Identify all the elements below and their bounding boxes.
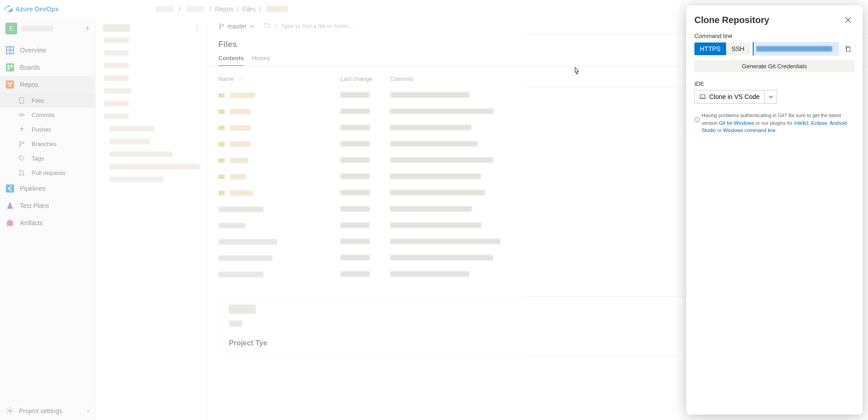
find-file-input[interactable]: Type to find a file or folder... bbox=[281, 23, 354, 29]
https-tab[interactable]: HTTPS bbox=[694, 42, 726, 55]
ssh-tab[interactable]: SSH bbox=[726, 42, 750, 55]
push-icon bbox=[17, 125, 26, 134]
branch-icon bbox=[17, 139, 26, 148]
nav-branches[interactable]: Branches bbox=[0, 137, 95, 151]
tree-item[interactable] bbox=[99, 47, 203, 60]
branch-name: master bbox=[227, 23, 247, 30]
svg-rect-6 bbox=[7, 65, 9, 70]
nav: Overview Boards Repos Files Commits Push… bbox=[0, 42, 95, 231]
link-eclipse[interactable]: Eclipse bbox=[811, 120, 827, 126]
nav-test-plans[interactable]: Test Plans bbox=[0, 197, 95, 214]
pipelines-icon bbox=[5, 184, 14, 193]
branch-picker[interactable]: master bbox=[218, 23, 254, 30]
tree-item[interactable] bbox=[99, 34, 203, 47]
nav-label: Pull requests bbox=[32, 170, 66, 176]
copy-button[interactable] bbox=[842, 42, 854, 56]
tree-item[interactable] bbox=[99, 161, 203, 174]
col-name[interactable]: Name ↑ bbox=[218, 76, 340, 82]
svg-rect-24 bbox=[9, 220, 12, 222]
chevron-down-icon bbox=[769, 94, 773, 99]
nav-repos[interactable]: Repos bbox=[0, 76, 95, 93]
clone-url-input[interactable] bbox=[753, 42, 839, 56]
nav-label: Artifacts bbox=[20, 219, 43, 227]
help-text: i Having problems authenticating in Git?… bbox=[694, 112, 854, 134]
svg-point-18 bbox=[20, 157, 21, 158]
nav-pull-requests[interactable]: Pull requests bbox=[0, 165, 95, 180]
generate-git-credentials-button[interactable]: Generate Git Credentials bbox=[694, 60, 854, 72]
breadcrumb-files[interactable]: Files bbox=[242, 5, 256, 13]
command-line-label: Command line bbox=[694, 33, 854, 39]
svg-point-16 bbox=[19, 145, 21, 146]
nav-label: Files bbox=[32, 97, 44, 104]
repo-tree-panel: ⋮ bbox=[96, 18, 208, 420]
breadcrumb: / / Repos / Files / bbox=[154, 5, 290, 13]
tree-item[interactable] bbox=[99, 60, 203, 72]
project-settings-label[interactable]: Project settings bbox=[19, 407, 62, 415]
ide-label: IDE bbox=[694, 80, 854, 87]
svg-rect-30 bbox=[700, 95, 705, 98]
azure-devops-icon bbox=[5, 5, 13, 13]
clone-title: Clone Repository bbox=[694, 15, 769, 25]
laptop-icon bbox=[699, 94, 706, 100]
link-windows-command-line[interactable]: Windows command line bbox=[723, 127, 775, 133]
nav-boards[interactable]: Boards bbox=[0, 59, 95, 76]
nav-label: Overview bbox=[20, 47, 46, 54]
breadcrumb-project-redacted[interactable] bbox=[186, 6, 204, 12]
tree-item[interactable] bbox=[99, 72, 203, 85]
nav-pipelines[interactable]: Pipelines bbox=[0, 180, 95, 197]
file-icon bbox=[17, 96, 26, 105]
svg-rect-5 bbox=[6, 63, 14, 71]
nav-overview[interactable]: Overview bbox=[0, 42, 95, 59]
commit-icon bbox=[17, 110, 26, 119]
tree-item[interactable] bbox=[99, 174, 203, 186]
nav-pushes[interactable]: Pushes bbox=[0, 122, 95, 137]
sidebar: E + Overview Boards Repos Files Commits … bbox=[0, 18, 96, 420]
svg-point-15 bbox=[19, 141, 21, 142]
nav-tags[interactable]: Tags bbox=[0, 151, 95, 165]
path-sep: / bbox=[275, 23, 277, 30]
project-avatar: E bbox=[5, 23, 17, 34]
svg-rect-22 bbox=[6, 184, 14, 193]
svg-rect-7 bbox=[10, 65, 13, 68]
tab-history[interactable]: History bbox=[252, 51, 270, 66]
nav-commits[interactable]: Commits bbox=[0, 108, 95, 122]
ide-dropdown-chevron[interactable] bbox=[764, 90, 777, 104]
svg-point-27 bbox=[219, 27, 221, 28]
breadcrumb-sep: / bbox=[237, 5, 239, 13]
plus-icon[interactable]: + bbox=[85, 24, 90, 33]
tree-item[interactable] bbox=[99, 85, 203, 98]
chevron-down-icon bbox=[250, 24, 254, 28]
project-header[interactable]: E + bbox=[0, 18, 95, 39]
nav-label: Repos bbox=[20, 81, 38, 88]
nav-label: Branches bbox=[32, 141, 57, 147]
collapse-sidebar-icon[interactable]: « bbox=[86, 407, 90, 415]
svg-rect-29 bbox=[847, 47, 850, 52]
tree-item[interactable] bbox=[99, 148, 203, 161]
breadcrumb-org-redacted[interactable] bbox=[156, 6, 174, 12]
protocol-row: HTTPS SSH bbox=[694, 42, 854, 56]
tree-item[interactable] bbox=[99, 123, 203, 136]
breadcrumb-repos[interactable]: Repos bbox=[215, 5, 233, 13]
more-icon[interactable]: ⋮ bbox=[193, 24, 200, 32]
tab-contents[interactable]: Contents bbox=[218, 51, 244, 66]
nav-files[interactable]: Files bbox=[0, 93, 95, 108]
info-icon: i bbox=[694, 117, 700, 125]
link-intellij[interactable]: IntelliJ bbox=[794, 120, 808, 126]
svg-rect-8 bbox=[6, 80, 14, 89]
folder-icon bbox=[264, 22, 270, 30]
link-git-for-windows[interactable]: Git for Windows bbox=[719, 120, 755, 126]
breadcrumb-repo-redacted[interactable] bbox=[266, 6, 288, 12]
nav-artifacts[interactable]: Artifacts bbox=[0, 214, 95, 231]
tree-item[interactable] bbox=[99, 110, 203, 123]
close-button[interactable] bbox=[842, 14, 854, 26]
tree-item[interactable] bbox=[99, 136, 203, 148]
repo-tree bbox=[99, 34, 203, 186]
svg-point-21 bbox=[23, 174, 24, 175]
repo-picker[interactable]: ⋮ bbox=[99, 22, 203, 34]
col-last-change[interactable]: Last change bbox=[340, 76, 390, 82]
gear-icon[interactable] bbox=[5, 406, 14, 415]
breadcrumb-sep: / bbox=[210, 5, 212, 13]
clone-in-vscode-button[interactable]: Clone in VS Code bbox=[694, 90, 764, 104]
product-logo[interactable]: Azure DevOps bbox=[5, 5, 59, 13]
tree-item[interactable] bbox=[99, 98, 203, 110]
